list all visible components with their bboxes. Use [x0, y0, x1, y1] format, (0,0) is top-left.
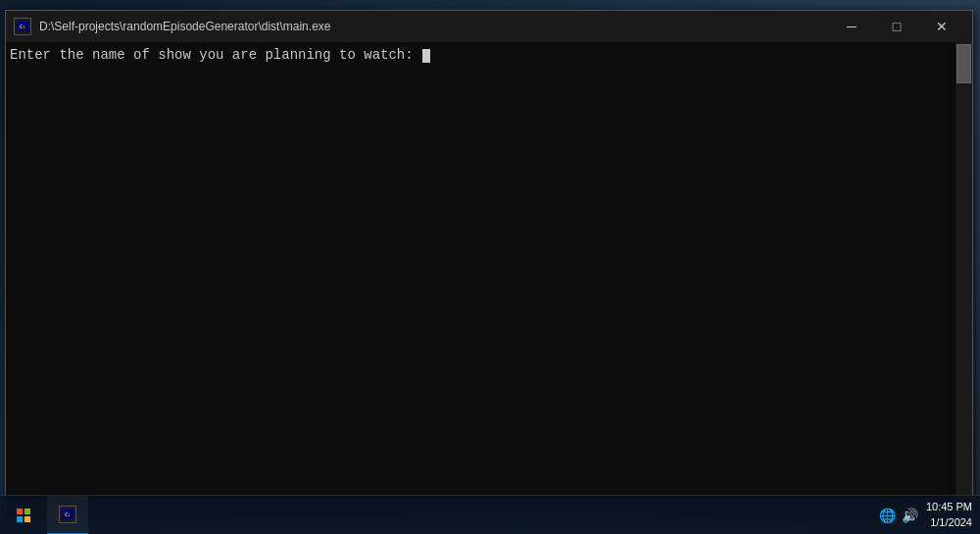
console-area: Enter the name of show you are planning …: [6, 42, 972, 518]
windows-icon: [17, 509, 30, 522]
app-icon: [14, 18, 31, 35]
network-icon: 🌐: [879, 508, 896, 523]
minimize-button[interactable]: ─: [829, 11, 874, 42]
cmd-icon-inner: [17, 22, 28, 31]
taskbar-date-value: 1/1/2024: [926, 515, 972, 530]
taskbar-clock[interactable]: 10:45 PM 1/1/2024: [926, 500, 972, 530]
desktop: D:\Self-projects\randomEpisodeGenerator\…: [0, 0, 980, 534]
scrollbar-thumb[interactable]: [956, 44, 971, 83]
console-window: D:\Self-projects\randomEpisodeGenerator\…: [5, 10, 973, 519]
taskbar-cmd-inner: [62, 510, 74, 519]
cursor: [422, 49, 430, 63]
taskbar-sys-icons: 🌐 🔊: [879, 508, 918, 523]
maximize-button[interactable]: □: [874, 11, 919, 42]
close-button[interactable]: ✕: [919, 11, 964, 42]
taskbar-right: 🌐 🔊 10:45 PM 1/1/2024: [879, 500, 980, 530]
console-line-1: Enter the name of show you are planning …: [10, 46, 952, 66]
title-bar: D:\Self-projects\randomEpisodeGenerator\…: [6, 11, 972, 42]
scrollbar[interactable]: ▼: [956, 42, 972, 518]
taskbar: 🌐 🔊 10:45 PM 1/1/2024: [0, 495, 980, 534]
console-content[interactable]: Enter the name of show you are planning …: [6, 42, 956, 518]
console-prompt: Enter the name of show you are planning …: [10, 46, 421, 66]
window-title: D:\Self-projects\randomEpisodeGenerator\…: [39, 20, 829, 33]
taskbar-app-main-exe[interactable]: [47, 496, 88, 535]
taskbar-time-value: 10:45 PM: [926, 500, 972, 514]
volume-icon: 🔊: [902, 508, 918, 523]
taskbar-app-icon: [59, 506, 76, 523]
window-controls: ─ □ ✕: [829, 11, 964, 42]
start-button[interactable]: [0, 496, 47, 535]
